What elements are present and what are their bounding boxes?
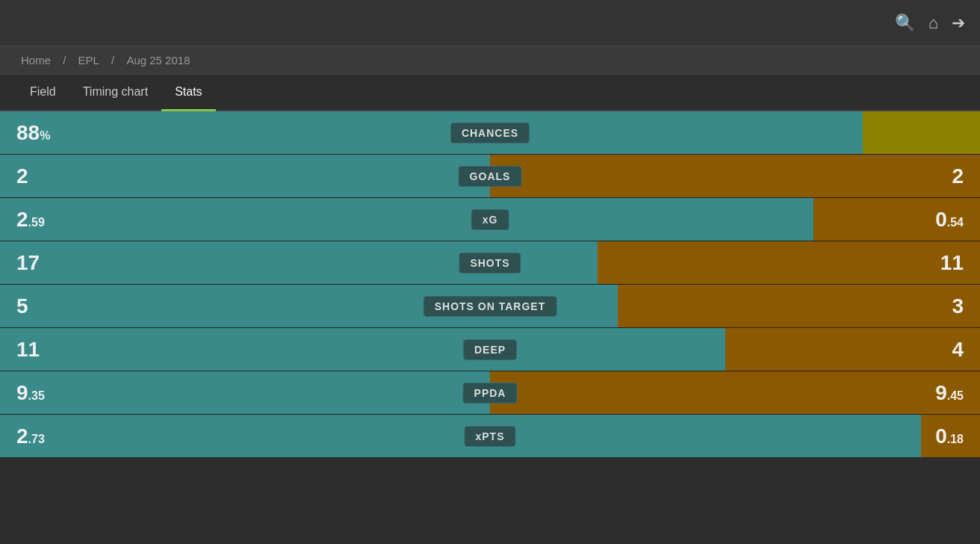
value-left-2: 2.59: [16, 208, 45, 232]
main-num-left-6: 9: [16, 381, 28, 405]
stat-row-goals: 22GOALS: [0, 155, 980, 198]
main-num-right-5: 4: [952, 338, 964, 362]
bar-right-5: [725, 328, 980, 371]
sub-num-right-7: .18: [947, 433, 964, 446]
sub-num-right-6: .45: [947, 389, 964, 403]
main-num-left-1: 2: [16, 164, 28, 188]
main-num-left-7: 2: [16, 424, 28, 448]
tabs-bar: Field Timing chart Stats: [0, 75, 980, 111]
main-num-right-2: 0: [935, 208, 947, 232]
main-num-right-3: 11: [940, 251, 964, 275]
tab-timing-chart[interactable]: Timing chart: [69, 75, 161, 111]
value-right-2: 0.54: [935, 208, 964, 232]
stat-label-3: SHOTS: [459, 253, 521, 273]
sub-num-left-7: .73: [28, 433, 45, 446]
stat-label-7: xPTS: [464, 426, 515, 447]
bar-right-4: [618, 285, 980, 327]
main-num-right-1: 2: [952, 164, 964, 188]
stats-container: 88%CHANCES22GOALS2.590.54xG1711SHOTS53SH…: [0, 111, 980, 458]
stat-row-ppda: 9.359.45PPDA: [0, 371, 980, 415]
breadcrumb-sep1: /: [63, 54, 66, 67]
stat-label-4: SHOTS ON TARGET: [424, 296, 557, 317]
home-icon[interactable]: ⌂: [928, 13, 938, 33]
bar-right-6: [490, 371, 980, 414]
main-num-left-3: 17: [16, 251, 40, 275]
sub-num-left-6: .35: [28, 389, 45, 403]
sub-num-right-2: .54: [947, 216, 964, 229]
value-right-3: 11: [940, 251, 964, 275]
sub-num-left-0: %: [40, 129, 50, 143]
stat-label-1: GOALS: [459, 166, 522, 187]
value-right-5: 4: [952, 338, 964, 362]
bar-left-2: [0, 198, 813, 241]
main-num-left-4: 5: [16, 294, 28, 318]
stat-row-xg: 2.590.54xG: [0, 198, 980, 241]
bar-right-0: [863, 111, 980, 154]
header: 🔍 ⌂ ➔: [0, 0, 980, 46]
main-num-left-5: 11: [16, 338, 40, 362]
tab-field[interactable]: Field: [16, 75, 69, 111]
stat-row-deep: 114DEEP: [0, 328, 980, 371]
search-icon[interactable]: 🔍: [895, 13, 915, 33]
value-left-0: 88%: [16, 121, 50, 145]
value-left-6: 9.35: [16, 381, 45, 405]
value-left-5: 11: [16, 338, 40, 362]
main-num-right-6: 9: [935, 381, 947, 405]
main-num-right-4: 3: [952, 294, 964, 318]
stat-row-chances: 88%CHANCES: [0, 111, 980, 155]
stat-row-xpts: 2.730.18xPTS: [0, 415, 980, 458]
bar-left-7: [0, 415, 921, 457]
breadcrumb-epl[interactable]: EPL: [78, 54, 99, 67]
value-right-6: 9.45: [935, 381, 964, 405]
stat-row-shots: 1711SHOTS: [0, 241, 980, 285]
value-right-4: 3: [952, 294, 964, 318]
main-num-right-7: 0: [935, 424, 947, 448]
stat-label-2: xG: [471, 209, 509, 230]
stat-row-shots-on-target: 53SHOTS ON TARGET: [0, 285, 980, 328]
stat-label-6: PPDA: [463, 383, 518, 404]
header-icons: 🔍 ⌂ ➔: [895, 13, 965, 33]
tab-stats[interactable]: Stats: [161, 75, 215, 111]
value-right-1: 2: [952, 164, 964, 188]
login-icon[interactable]: ➔: [952, 13, 965, 33]
bar-left-1: [0, 155, 490, 197]
breadcrumb-date: Aug 25 2018: [126, 54, 190, 67]
value-right-7: 0.18: [935, 424, 964, 448]
stat-label-5: DEEP: [463, 339, 517, 360]
stat-label-0: CHANCES: [450, 123, 530, 143]
value-left-3: 17: [16, 251, 40, 275]
main-num-left-2: 2: [16, 208, 28, 232]
breadcrumb-home[interactable]: Home: [21, 54, 51, 67]
bar-right-1: [490, 155, 980, 197]
bar-right-3: [598, 241, 980, 284]
breadcrumb-sep2: /: [111, 54, 114, 67]
value-left-4: 5: [16, 294, 28, 318]
bar-left-6: [0, 371, 490, 414]
value-left-1: 2: [16, 164, 28, 188]
sub-num-left-2: .59: [28, 216, 45, 229]
main-num-left-0: 88: [16, 121, 40, 145]
breadcrumb: Home / EPL / Aug 25 2018: [0, 46, 980, 75]
bar-left-0: [0, 111, 863, 154]
bar-left-5: [0, 328, 725, 371]
value-left-7: 2.73: [16, 424, 45, 448]
